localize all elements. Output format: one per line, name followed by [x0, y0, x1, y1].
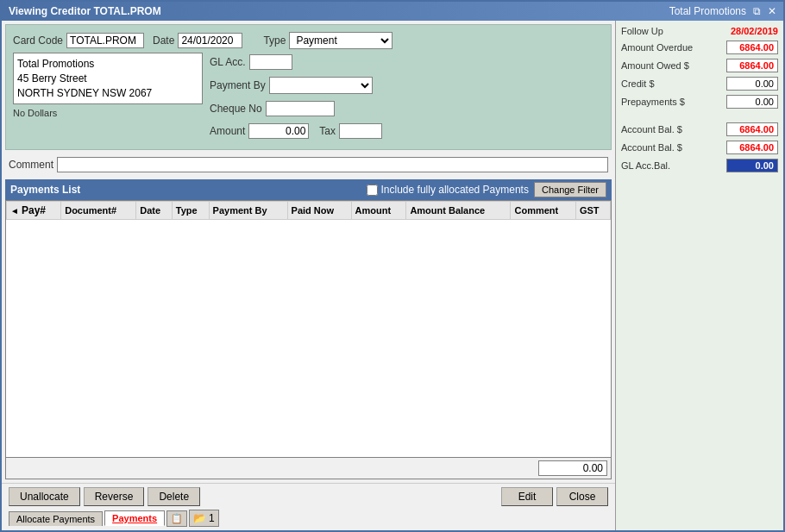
unallocate-button[interactable]: Unallocate — [9, 487, 80, 506]
amount-overdue-row: Amount Overdue 6864.00 — [621, 41, 778, 54]
prepayments-label: Prepayments $ — [621, 97, 685, 107]
account-bal2-row: Account Bal. $ 6864.00 — [621, 141, 778, 154]
col-type[interactable]: Type — [172, 202, 209, 220]
address-box: Total Promotions 45 Berry Street NORTH S… — [13, 53, 203, 104]
date-input[interactable] — [178, 33, 242, 48]
title-bar-company: Total Promotions — [669, 5, 746, 17]
right-panel: Follow Up 28/02/2019 Amount Overdue 6864… — [615, 21, 783, 530]
account-bal2-value: 6864.00 — [726, 141, 778, 154]
cheque-input[interactable] — [266, 101, 335, 116]
payments-list-section: Payments List Include fully allocated Pa… — [5, 179, 612, 479]
folder-icon: 📂 — [193, 512, 206, 524]
col-comment[interactable]: Comment — [511, 202, 576, 220]
tab-number-value: 1 — [209, 512, 215, 524]
payments-header-right: Include fully allocated Payments Change … — [367, 182, 606, 197]
credit-row: Credit $ 0.00 — [621, 77, 778, 91]
gl-acc-label: GL Acc. — [210, 56, 246, 68]
delete-button[interactable]: Delete — [148, 487, 200, 506]
card-code-label: Card Code — [13, 34, 63, 47]
type-select[interactable]: Payment — [289, 32, 392, 49]
comment-row: Comment — [2, 153, 615, 176]
tab-row: Allocate Payments Payments 📋 📂 1 — [9, 510, 608, 527]
payment-by-label: Payment By — [210, 79, 266, 91]
amount-owed-row: Amount Owed $ 6864.00 — [621, 59, 778, 72]
payment-by-row: Payment By — [210, 77, 604, 94]
payments-list-title: Payments List — [10, 184, 80, 196]
col-pay-num[interactable]: ◄ Pay# — [7, 202, 61, 220]
payment-by-select[interactable] — [269, 77, 373, 94]
date-label: Date — [153, 34, 174, 47]
include-checkbox[interactable] — [367, 185, 378, 196]
total-value: 0.00 — [538, 460, 607, 476]
account-bal1-row: Account Bal. $ 6864.00 — [621, 122, 778, 136]
tab-allocate-payments[interactable]: Allocate Payments — [9, 511, 103, 526]
no-dollars-label: No Dollars — [13, 108, 203, 118]
follow-up-row: Follow Up 28/02/2019 — [621, 26, 778, 36]
tab-payments[interactable]: Payments — [104, 510, 165, 526]
comment-label: Comment — [9, 159, 53, 171]
col-amount[interactable]: Amount — [351, 202, 406, 220]
col-gst[interactable]: GST — [575, 202, 610, 220]
left-panel: Card Code Date Type Payment Total Promot… — [2, 21, 615, 530]
gl-acc-row: GL Acc. — [210, 54, 604, 70]
type-label: Type — [263, 34, 286, 47]
title-bar-controls: Total Promotions ⧉ ✕ — [669, 5, 776, 17]
window-title: Viewing Creditor TOTAL.PROM — [9, 5, 161, 17]
payments-table: ◄ Pay# Document# Date Type Payment By Pa… — [6, 201, 611, 220]
cheque-label: Cheque No — [210, 103, 262, 115]
form-row-1: Card Code Date Type Payment — [13, 32, 604, 49]
tab-number[interactable]: 📂 1 — [189, 510, 219, 527]
credit-label: Credit $ — [621, 78, 655, 89]
amount-overdue-label: Amount Overdue — [621, 42, 693, 53]
form-section: Card Code Date Type Payment Total Promot… — [5, 24, 612, 150]
gl-acc-bal-row: GL Acc.Bal. 0.00 — [621, 159, 778, 172]
address-line1: Total Promotions — [17, 57, 198, 72]
follow-up-value: 28/02/2019 — [731, 26, 778, 36]
reverse-button[interactable]: Reverse — [84, 487, 145, 506]
account-bal1-value: 6864.00 — [726, 122, 778, 136]
change-filter-button[interactable]: Change Filter — [534, 182, 606, 197]
close-button[interactable]: Close — [556, 487, 608, 506]
col-date[interactable]: Date — [136, 202, 173, 220]
button-row: Unallocate Reverse Delete Edit Close — [9, 487, 608, 506]
include-checkbox-label[interactable]: Include fully allocated Payments — [367, 184, 529, 196]
prepayments-row: Prepayments $ 0.00 — [621, 95, 778, 109]
address-line3: NORTH SYDNEY NSW 2067 — [17, 86, 198, 101]
payments-list-header: Payments List Include fully allocated Pa… — [5, 179, 612, 200]
amount-owed-label: Amount Owed $ — [621, 60, 689, 71]
account-bal2-label: Account Bal. $ — [621, 142, 682, 153]
prepayments-value: 0.00 — [726, 95, 778, 109]
follow-up-label: Follow Up — [621, 26, 663, 36]
payments-table-container: ◄ Pay# Document# Date Type Payment By Pa… — [5, 200, 612, 458]
close-icon[interactable]: ✕ — [768, 5, 776, 17]
main-window: Viewing Creditor TOTAL.PROM Total Promot… — [0, 0, 785, 532]
cheque-row: Cheque No — [210, 101, 604, 116]
col-amount-balance[interactable]: Amount Balance — [406, 202, 511, 220]
gl-acc-bal-value: 0.00 — [726, 159, 778, 172]
tab-icon-1[interactable]: 📋 — [166, 510, 187, 527]
amount-overdue-value: 6864.00 — [726, 41, 778, 54]
col-paid-now[interactable]: Paid Now — [287, 202, 351, 220]
address-line2: 45 Berry Street — [17, 72, 198, 86]
credit-value: 0.00 — [726, 77, 778, 91]
edit-button[interactable]: Edit — [501, 487, 553, 506]
gl-acc-bal-label: GL Acc.Bal. — [621, 160, 670, 171]
col-payment-by[interactable]: Payment By — [209, 202, 287, 220]
card-code-input[interactable] — [66, 33, 144, 48]
amount-label: Amount — [210, 125, 245, 137]
total-row: 0.00 — [5, 458, 612, 479]
col-document[interactable]: Document# — [61, 202, 136, 220]
account-bal1-label: Account Bal. $ — [621, 124, 682, 135]
include-label: Include fully allocated Payments — [381, 184, 529, 196]
tax-input[interactable] — [339, 123, 382, 139]
content-area: Card Code Date Type Payment Total Promot… — [2, 21, 783, 530]
title-bar: Viewing Creditor TOTAL.PROM Total Promot… — [2, 2, 783, 21]
tax-label: Tax — [319, 125, 336, 137]
bottom-section: Unallocate Reverse Delete Edit Close All… — [2, 483, 615, 530]
comment-input[interactable] — [57, 157, 608, 172]
amount-input[interactable] — [248, 123, 309, 139]
gl-acc-input[interactable] — [249, 54, 292, 70]
restore-icon[interactable]: ⧉ — [753, 5, 761, 17]
amount-row: Amount Tax — [210, 123, 604, 139]
amount-owed-value: 6864.00 — [726, 59, 778, 72]
